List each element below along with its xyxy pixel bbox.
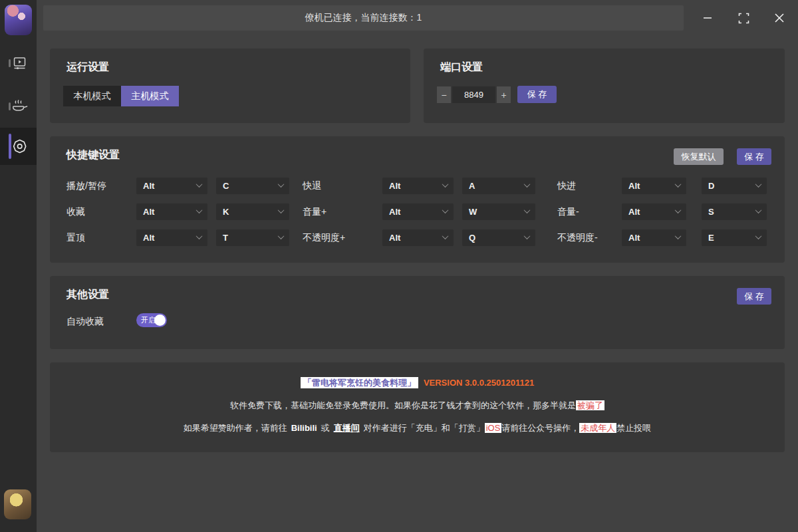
chevron-down-icon [756,235,761,239]
hotkey-label-rewind: 快退 [303,180,382,192]
select-value: T [223,233,228,243]
select-value: Alt [389,207,400,217]
opacity-up-key-select[interactable]: Q [462,229,535,246]
scam-warning-badge: 被骗了 [576,400,604,410]
chevron-down-icon [443,209,448,213]
forward-modifier-select[interactable]: Alt [622,178,686,194]
port-settings-card: 端口设置 − 8849 + 保 存 [424,49,785,123]
version-text: VERSION 3.0.0.2501201121 [424,378,534,388]
donate-text: 请前往公众号操作， [501,423,579,433]
local-mode-button[interactable]: 本机模式 [63,86,121,106]
minor-warning-badge: 未成年人 [579,423,616,433]
auto-favorite-toggle[interactable]: 开启 [136,313,167,327]
select-value: Alt [389,233,400,243]
about-line-donate: 如果希望赞助作者，请前往Bilibili或直播间对作者进行「充电」和「打赏」iO… [50,422,785,434]
forward-key-select[interactable]: D [702,178,767,194]
sidebar-item-cooking[interactable] [0,90,37,123]
about-card: 「雷电将军烹饪的美食料理」VERSION 3.0.0.2501201121 软件… [50,362,785,452]
other-save-button[interactable]: 保 存 [737,288,771,305]
select-value: Alt [143,233,154,243]
hotkey-label-opacity-down: 不透明度- [557,232,622,244]
video-player-icon [12,56,27,70]
pin-top-modifier-select[interactable]: Alt [136,229,207,246]
sidebar-item-player[interactable] [0,47,37,80]
chevron-down-icon [197,235,201,239]
favorite-key-select[interactable]: K [216,203,289,220]
toggle-on-text: 开启 [141,315,156,325]
donate-text: 如果希望赞助作者，请前往 [184,423,287,433]
select-value: Alt [628,181,640,191]
volume-down-key-select[interactable]: S [702,203,767,220]
hotkey-label-opacity-up: 不透明度+ [303,232,382,244]
chevron-down-icon [197,183,201,188]
volume-down-modifier-select[interactable]: Alt [622,203,686,220]
chevron-down-icon [676,183,680,188]
volume-up-key-select[interactable]: W [462,203,535,220]
port-value-field[interactable]: 8849 [452,86,495,103]
port-increment-button[interactable]: + [497,86,511,103]
run-settings-card: 运行设置 本机模式 主机模式 [50,49,410,123]
select-value: C [223,181,229,191]
select-value: Alt [143,181,154,191]
favorite-modifier-select[interactable]: Alt [136,203,207,220]
gear-icon [11,138,27,154]
hotkey-label-play-pause: 播放/暂停 [66,180,136,192]
frying-pan-icon [11,99,27,114]
port-decrement-button[interactable]: − [437,86,451,103]
opacity-up-modifier-select[interactable]: Alt [382,229,454,246]
hotkey-label-volume-down: 音量- [557,206,622,218]
select-value: E [708,233,714,243]
opacity-down-key-select[interactable]: E [702,229,767,246]
chevron-down-icon [279,235,283,239]
select-value: K [223,207,229,217]
port-save-button[interactable]: 保 存 [517,86,557,103]
run-settings-title: 运行设置 [66,61,109,74]
hotkey-label-volume-up: 音量+ [303,206,382,218]
rewind-modifier-select[interactable]: Alt [382,178,454,194]
select-value: Alt [389,181,400,191]
chevron-down-icon [756,209,761,213]
rewind-key-select[interactable]: A [462,178,535,194]
auto-favorite-label: 自动收藏 [66,316,104,328]
hotkey-label-forward: 快进 [557,180,622,192]
select-value: Alt [628,207,640,217]
about-line-title: 「雷电将军烹饪的美食料理」VERSION 3.0.0.2501201121 [50,377,785,389]
volume-up-modifier-select[interactable]: Alt [382,203,454,220]
minimize-button[interactable] [697,8,718,28]
play-pause-modifier-select[interactable]: Alt [136,178,207,194]
user-avatar[interactable] [4,489,31,519]
chevron-down-icon [279,209,283,213]
select-value: Alt [143,207,154,217]
chevron-down-icon [525,183,529,188]
app-name-badge: 「雷电将军烹饪的美食料理」 [301,377,418,388]
select-value: Q [469,233,475,243]
run-mode-segment: 本机模式 主机模式 [63,86,179,106]
toggle-knob [154,315,166,326]
close-button[interactable] [769,8,790,28]
app-logo-avatar [5,5,32,35]
select-value: W [469,207,477,217]
pin-top-key-select[interactable]: T [216,229,289,246]
livestream-link[interactable]: 直播间 [334,423,360,433]
hotkey-label-favorite: 收藏 [66,206,136,218]
sidebar-item-settings[interactable] [0,128,37,165]
chevron-down-icon [525,209,529,213]
hotkey-label-pin-top: 置顶 [66,232,136,244]
other-settings-card: 其他设置 保 存 自动收藏 开启 [50,276,785,349]
host-mode-button[interactable]: 主机模式 [121,86,179,106]
connection-status-text: 僚机已连接，当前连接数：1 [305,12,422,24]
select-value: A [469,181,475,191]
nav-indicator [9,102,11,110]
maximize-button[interactable] [733,8,754,28]
about-line-free-notice: 软件免费下载，基础功能免登录免费使用。如果你是花了钱才拿到的这个软件，那多半就是… [50,400,785,412]
hotkey-save-button[interactable]: 保 存 [737,148,771,165]
restore-defaults-button[interactable]: 恢复默认 [674,148,724,165]
donate-text: 对作者进行「充电」和「打赏」 [364,423,485,433]
connection-status-bar: 僚机已连接，当前连接数：1 [43,5,684,31]
chevron-down-icon [279,183,283,188]
opacity-down-modifier-select[interactable]: Alt [622,229,686,246]
play-pause-key-select[interactable]: C [216,178,289,194]
hotkey-grid: 播放/暂停 Alt C 快退 Alt A 快进 Alt D 收藏 Alt K 音… [66,178,767,246]
bilibili-link[interactable]: Bilibili [291,423,317,433]
nav-indicator [9,59,11,67]
